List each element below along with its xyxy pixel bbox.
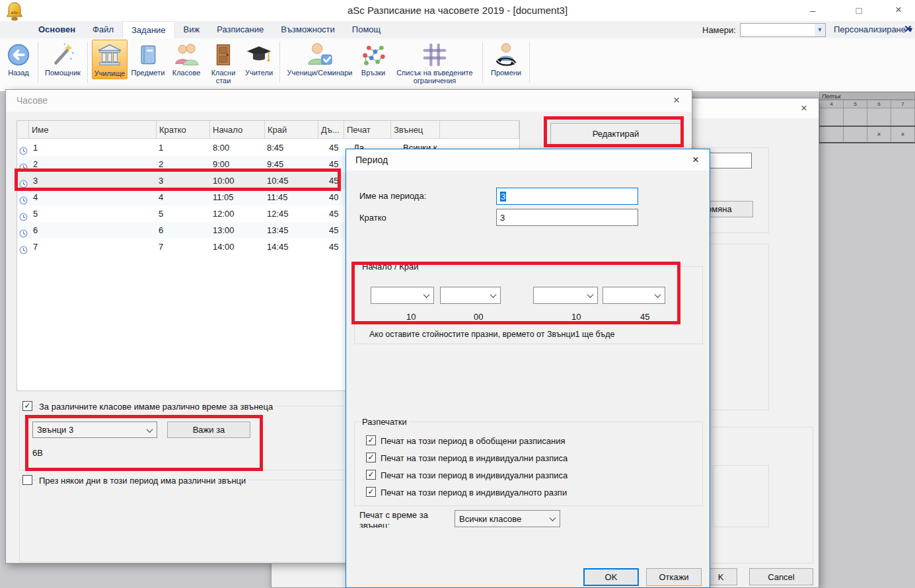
cell-end: 14:45 — [267, 239, 318, 255]
hours-dialog-close-icon[interactable]: × — [673, 95, 680, 106]
printout-checkbox[interactable]: ✓ — [366, 453, 376, 462]
graduation-cap-icon — [246, 41, 272, 69]
cell-start: 10:00 — [213, 172, 265, 189]
minimize-button[interactable]: – — [797, 0, 828, 20]
cell-end: 9:45 — [267, 156, 318, 172]
toolbar-item-Предмети[interactable]: Предмети — [129, 40, 167, 78]
toolbar-item-label: Класни стаи — [206, 69, 240, 85]
diff-bells-checkbox[interactable]: ✓ — [22, 401, 32, 411]
cell-start: 12:00 — [213, 205, 265, 222]
bell-time-select[interactable]: Всички класове — [455, 510, 560, 527]
column-header-Начало[interactable]: Начало — [210, 121, 265, 139]
column-header-blank[interactable] — [17, 121, 29, 139]
timetable-period-header: 7 — [891, 100, 915, 108]
edit-button[interactable]: Редактирай — [550, 123, 681, 145]
toolbar-item-Класове[interactable]: Класове — [168, 40, 204, 78]
period-dialog-close-icon[interactable]: × — [692, 155, 699, 165]
cell-len: 45 — [329, 172, 344, 189]
maximize-button[interactable]: □ — [844, 0, 874, 20]
wizard-icon — [50, 41, 75, 69]
tab-Файл[interactable]: Файл — [84, 21, 122, 38]
tab-Задание[interactable]: Задание — [122, 21, 175, 38]
toolbar-item-Ученици/Семинари[interactable]: Ученици/Семинари — [284, 40, 355, 78]
toolbar-item-Помощник[interactable]: Помощник — [42, 40, 83, 78]
column-header-blank[interactable] — [440, 121, 519, 139]
tab-Възможности[interactable]: Възможности — [272, 21, 344, 38]
diff-days-checkbox[interactable] — [22, 475, 32, 485]
period-name-input[interactable]: 3 — [496, 188, 638, 205]
cell-name: 3 — [33, 172, 157, 189]
personalize-menu[interactable]: Персонализиране ▾ — [834, 24, 912, 34]
bells-name-input[interactable] — [710, 153, 752, 168]
checkmark-icon: ✓ — [367, 453, 374, 462]
column-header-Кратко[interactable]: Кратко — [157, 121, 210, 139]
cell-short: 7 — [159, 239, 210, 255]
column-header-Звънец[interactable]: Звънец — [391, 121, 440, 139]
start-hour-value: 10 — [406, 312, 416, 322]
start-min-select[interactable] — [440, 287, 501, 304]
timetable-cell — [844, 126, 867, 143]
end-min-select[interactable] — [603, 287, 665, 304]
applies-button[interactable]: Важи за — [167, 422, 250, 438]
hours-dialog-title: Часове — [17, 95, 48, 106]
change-button[interactable]: омяна — [704, 201, 753, 217]
toolbar-separator — [87, 42, 88, 83]
toolbar-item-Назад[interactable]: Назад — [3, 40, 34, 78]
cell-name: 4 — [33, 189, 157, 205]
chevron-down-icon — [550, 515, 556, 521]
timetable-period-header: 6 — [867, 100, 891, 108]
timetable-row — [820, 108, 915, 126]
toolbar-item-Класни стаи[interactable]: Класни стаи — [205, 40, 241, 86]
bells-cancel-button[interactable]: Cancel — [749, 568, 813, 585]
tab-Виж[interactable]: Виж — [175, 21, 209, 38]
constraints-grid-icon — [421, 41, 448, 69]
find-input-field[interactable] — [741, 24, 813, 35]
column-header-Име[interactable]: Име — [29, 121, 157, 139]
range-hint: Ако оставите стойностите празни, времето… — [369, 330, 614, 339]
find-input[interactable]: ▼ — [740, 23, 826, 37]
start-hour-select[interactable] — [371, 287, 434, 304]
timetable-cell — [820, 108, 844, 126]
timetable-day-header: Петък — [819, 92, 915, 100]
close-button[interactable]: × — [883, 0, 914, 20]
cell-start: 14:00 — [213, 239, 265, 255]
period-short-label: Кратко — [359, 213, 386, 223]
toolbar-separator — [38, 42, 38, 83]
diff-bells-checkbox-label: За различните класове имаме различно вре… — [36, 402, 275, 412]
app-window: aSc aSc Разписание на часовете 2019 - [d… — [0, 0, 915, 588]
chevron-down-icon[interactable]: ▼ — [815, 24, 825, 36]
toolbar-item-Училище[interactable]: Училище — [92, 40, 128, 79]
printout-checkbox[interactable]: ✓ — [366, 487, 376, 497]
ok-button[interactable]: OK — [583, 568, 639, 586]
cell-short: 4 — [159, 189, 210, 205]
period-short-input[interactable]: 3 — [496, 209, 638, 226]
bells-dialog-close-icon[interactable]: × — [801, 103, 807, 114]
toolbar-item-Промени[interactable]: Промени — [487, 40, 525, 78]
personalize-close-icon[interactable]: ✕ — [904, 23, 912, 35]
tab-Помощ[interactable]: Помощ — [344, 21, 389, 38]
applies-value: 6В — [32, 448, 43, 458]
checkmark-icon: ✓ — [367, 436, 374, 445]
cell-short: 2 — [159, 156, 210, 172]
toolbar-item-Връзки[interactable]: Връзки — [357, 40, 390, 78]
column-header-Дъ...[interactable]: Дъ... — [318, 121, 344, 139]
chevron-down-icon — [587, 291, 594, 298]
cell-short: 1 — [159, 139, 210, 156]
cell-end: 8:45 — [267, 139, 318, 156]
column-header-Печат[interactable]: Печат — [344, 121, 391, 139]
chevron-down-icon — [423, 291, 430, 298]
tab-Разписание[interactable]: Разписание — [208, 21, 272, 38]
cell-end: 11:45 — [267, 189, 318, 205]
column-header-Край[interactable]: Край — [265, 121, 318, 139]
end-hour-select[interactable] — [533, 287, 598, 304]
toolbar-item-Учители[interactable]: Учители — [242, 40, 275, 78]
period-name-value: 3 — [500, 192, 506, 202]
tab-Основен[interactable]: Основен — [30, 21, 84, 38]
bells-select[interactable]: Звънци 3 — [32, 422, 157, 438]
printout-checkbox[interactable]: ✓ — [366, 435, 376, 445]
printout-checkbox[interactable]: ✓ — [366, 470, 376, 480]
cancel-button[interactable]: Откажи — [646, 568, 702, 586]
cell-end: 10:45 — [267, 172, 318, 189]
cell-short: 5 — [159, 205, 210, 222]
toolbar-item-Списък на въведените ограничения[interactable]: Списък на въведените ограничения — [391, 40, 478, 86]
